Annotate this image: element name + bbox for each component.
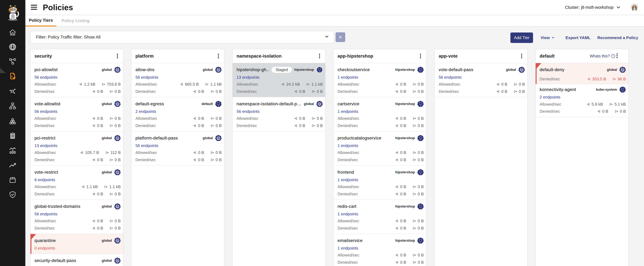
svg-text:ns: ns — [420, 139, 421, 140]
svg-text:?: ? — [612, 55, 614, 57]
svg-text:ns: ns — [420, 71, 421, 72]
svg-text:ns: ns — [420, 173, 421, 174]
svg-text:ns: ns — [319, 71, 320, 72]
svg-text:ns: ns — [420, 105, 421, 106]
svg-text:ns: ns — [622, 91, 623, 92]
svg-text:ns: ns — [420, 208, 421, 208]
svg-text:ns: ns — [420, 242, 421, 243]
svg-text:ns: ns — [218, 105, 219, 106]
